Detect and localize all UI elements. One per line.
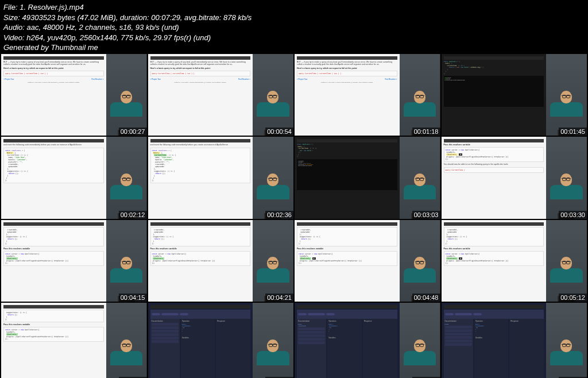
- timestamp-6: 00:02:36: [265, 211, 293, 219]
- thumbnail-14[interactable]: Documentation Operationquery { currentTi…: [148, 303, 294, 378]
- file-name-line: File: 1. Resolver.js).mp4: [3, 2, 585, 13]
- thumbnail-8[interactable]: Pass this resolvers variable const serve…: [442, 137, 587, 219]
- thumbnail-13[interactable]: suggestions: () => { return []; }}; Pass…: [1, 303, 147, 378]
- timestamp-8: 00:03:30: [559, 211, 587, 219]
- audio-info-line: Audio: aac, 48000 Hz, 2 channels, s16, 9…: [3, 22, 585, 33]
- thumbnail-2[interactable]: BUT — if you try to make a query of any …: [148, 54, 294, 136]
- thumbnail-6[interactable]: and insert the following code immediatel…: [148, 137, 294, 219]
- timestamp-12: 00:05:12: [559, 294, 587, 302]
- timestamp-4: 00:01:45: [559, 128, 587, 136]
- thumbnail-3[interactable]: BUT — if you try to make a query of any …: [295, 54, 440, 136]
- timestamp-1: 00:00:27: [119, 128, 147, 136]
- timestamp-10: 00:04:21: [265, 294, 293, 302]
- file-info-header: File: 1. Resolver.js).mp4 Size: 49303523…: [0, 0, 588, 54]
- thumbnail-grid: BUT — if you try to make a query of any …: [0, 54, 588, 378]
- file-size-line: Size: 49303523 bytes (47.02 MiB), durati…: [3, 13, 585, 23]
- thumbnail-12[interactable]: createdAt, updatedAt }, suggestions: () …: [442, 220, 587, 302]
- thumbnail-1[interactable]: BUT — if you try to make a query of any …: [1, 54, 147, 136]
- timestamp-2: 00:00:54: [265, 128, 293, 136]
- timestamp-11: 00:04:48: [412, 294, 440, 302]
- thumbnail-9[interactable]: createdAt, updatedAt }, suggestions: () …: [1, 220, 147, 302]
- timestamp-3: 00:01:18: [412, 128, 440, 136]
- generated-by-line: Generated by Thumbnail me: [3, 43, 585, 53]
- timestamp-5: 00:02:12: [119, 211, 147, 219]
- thumbnail-5[interactable]: and insert the following code immediatel…: [1, 137, 147, 219]
- timestamp-9: 00:04:15: [119, 294, 147, 302]
- thumbnail-10[interactable]: createdAt, updatedAt }, suggestions: () …: [148, 220, 294, 302]
- thumbnail-11[interactable]: createdAt, updatedAt }, suggestions: () …: [295, 220, 440, 302]
- timestamp-7: 00:03:03: [412, 211, 440, 219]
- thumbnail-15[interactable]: DocumentationQuery currentTime Operation…: [295, 303, 440, 378]
- thumbnail-4[interactable]: const resolvers = { Query: { currentTime…: [442, 54, 587, 136]
- thumbnail-7[interactable]: const resolvers = { Query: { currentTime…: [295, 137, 440, 219]
- video-info-line: Video: h264, yuv420p, 2560x1440, 775 kb/…: [3, 33, 585, 43]
- thumbnail-16[interactable]: DocumentationFields Operationquery { cur…: [442, 303, 587, 378]
